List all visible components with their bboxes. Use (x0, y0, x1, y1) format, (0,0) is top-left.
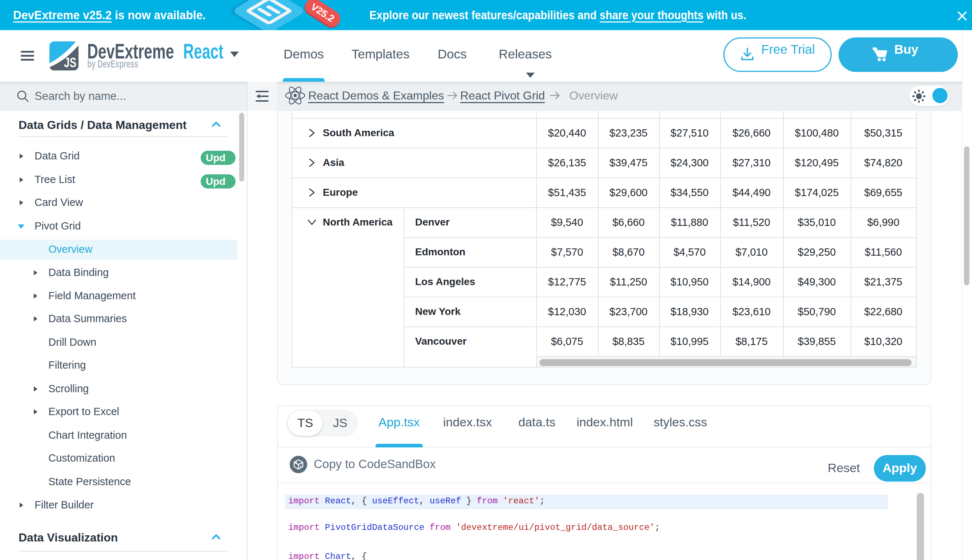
svg-text:JS: JS (64, 55, 76, 70)
